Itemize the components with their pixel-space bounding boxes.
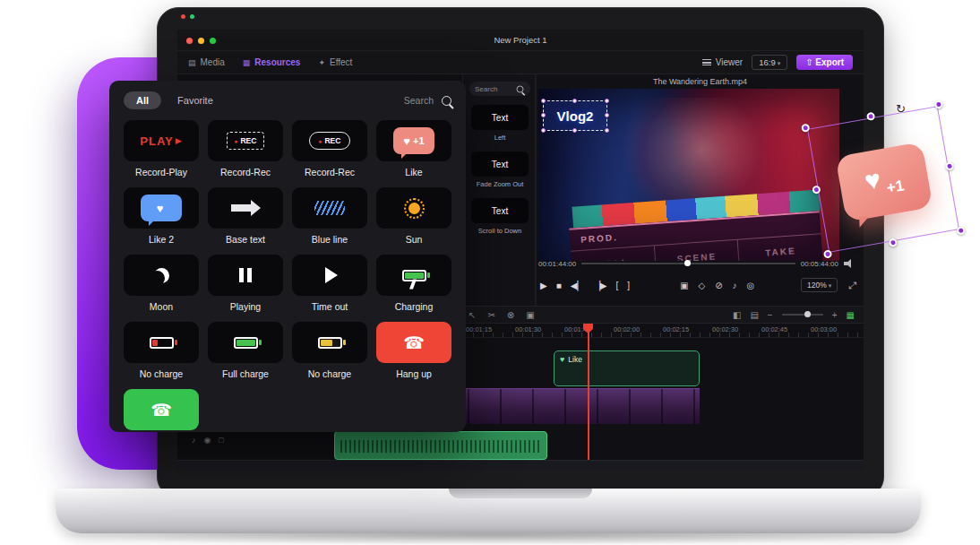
resource-label: Record-Play <box>124 167 199 178</box>
resource-icon <box>318 337 342 349</box>
playhead[interactable] <box>588 325 589 460</box>
resource-icon <box>150 400 172 420</box>
overlay-handle[interactable] <box>541 128 546 133</box>
selection-handle[interactable] <box>812 185 821 194</box>
video-viewport[interactable]: PROD. ROLL SCENE TAKE Vlog2 <box>538 89 839 261</box>
main-tab[interactable]: Media <box>188 57 225 67</box>
sticker-clip[interactable]: ♥ Like <box>554 350 700 386</box>
resource-item[interactable]: No charge <box>124 322 199 380</box>
resource-item[interactable]: Full charge <box>208 322 283 380</box>
selection-handle[interactable] <box>934 99 943 108</box>
timeline-tool-button[interactable] <box>782 314 823 316</box>
fullscreen-icon[interactable]: ⤢ <box>848 280 856 291</box>
resource-item[interactable]: Time out <box>292 255 367 313</box>
resource-tile <box>124 187 199 229</box>
resource-item[interactable]: Record-Play <box>124 120 199 178</box>
preview-tool-button[interactable]: ◎ <box>747 281 755 290</box>
timeline-tool-button[interactable]: ▣ <box>526 310 534 320</box>
preview-tool-button[interactable]: ▣ <box>680 281 688 290</box>
track-header-icon[interactable]: ◉ <box>204 436 211 445</box>
resource-item[interactable]: Record-Rec <box>208 120 283 178</box>
window-titlebar: New Project 1 <box>177 30 864 51</box>
transport-button[interactable]: ▶ <box>540 281 547 290</box>
overlay-handle[interactable] <box>541 113 546 117</box>
aspect-ratio-select[interactable]: 16:9 <box>752 55 787 70</box>
preview-tool-button[interactable]: ⊘ <box>715 281 722 290</box>
track-header-icon[interactable]: □ <box>219 436 223 445</box>
resource-filter-tab[interactable]: All <box>124 91 161 109</box>
selection-handle[interactable] <box>945 161 954 170</box>
resource-item[interactable]: Blue line <box>292 187 367 246</box>
resource-label: Sun <box>376 234 451 246</box>
resource-item[interactable]: Hang up <box>376 322 451 380</box>
track-header-icon[interactable]: ♪ <box>192 436 196 445</box>
text-preset-item[interactable]: Text Scroll to Down <box>471 198 529 235</box>
timeline-tool-button[interactable]: ✂ <box>487 310 494 320</box>
overlay-handle[interactable] <box>572 128 577 133</box>
resource-item[interactable]: No charge <box>292 322 367 380</box>
transport-button[interactable]: ▕▶ <box>593 281 606 290</box>
resource-icon <box>141 195 182 221</box>
overlay-handle[interactable] <box>572 99 577 103</box>
text-overlay-selection[interactable]: Vlog2 <box>543 100 607 131</box>
overlay-handle[interactable] <box>605 99 609 103</box>
main-tab[interactable]: Effect <box>318 57 352 67</box>
search-icon[interactable] <box>442 96 451 106</box>
timeline-tool-button[interactable]: ↖ <box>469 310 476 320</box>
resource-item[interactable]: Sun <box>376 187 451 246</box>
preview-zoom-select[interactable]: 120% <box>801 278 838 292</box>
overlay-handle[interactable] <box>541 99 546 103</box>
resource-item[interactable]: Moon <box>124 255 199 313</box>
ruler-label: 00:01:30 <box>515 325 564 333</box>
resource-item[interactable] <box>124 389 199 432</box>
resource-item[interactable]: Charging <box>376 255 451 313</box>
resource-label: Full charge <box>208 368 283 380</box>
main-tab[interactable]: Resources <box>243 57 301 67</box>
resource-label: No charge <box>292 368 367 380</box>
resource-item[interactable]: Like <box>376 120 451 178</box>
viewer-toggle-button[interactable]: Viewer <box>702 57 743 67</box>
resource-item[interactable]: Playing <box>208 255 283 313</box>
resource-icon <box>403 333 425 353</box>
selection-handle[interactable] <box>801 123 810 132</box>
transport-button[interactable]: [ <box>616 281 619 290</box>
text-preset-item[interactable]: Text Left <box>471 105 529 142</box>
preview-tool-button[interactable]: ◇ <box>698 281 705 290</box>
export-button[interactable]: Export <box>796 55 853 70</box>
text-preset-item[interactable]: Text Fade Zoom Out <box>471 151 529 188</box>
resource-search[interactable]: Search <box>404 95 451 106</box>
text-overlay: Vlog2 <box>557 108 594 124</box>
overlay-handle[interactable] <box>605 113 609 117</box>
volume-icon[interactable] <box>844 259 855 268</box>
timeline-tool-button[interactable]: ⊗ <box>507 310 514 320</box>
resource-icon <box>402 270 426 281</box>
resource-tile <box>292 120 367 161</box>
transport-button[interactable]: ■ <box>556 281 562 290</box>
timeline-tool-button[interactable]: − <box>768 310 773 320</box>
resource-icon <box>408 203 420 214</box>
timeline-tool-button[interactable]: ▦ <box>847 310 855 320</box>
selection-handle[interactable] <box>889 238 898 247</box>
tab-label: Effect <box>330 57 352 67</box>
timeline-tool-button[interactable]: ▤ <box>750 310 758 320</box>
transport-button[interactable]: ] <box>627 281 630 290</box>
seek-handle[interactable] <box>684 260 691 266</box>
selection-handle[interactable] <box>957 226 966 235</box>
resource-filter-tab[interactable]: Favorite <box>165 91 226 109</box>
overlay-handle[interactable] <box>605 128 609 133</box>
resource-item[interactable]: Record-Rec <box>292 120 367 178</box>
preview-tool-button[interactable]: ♪ <box>733 281 737 290</box>
timeline-tool-button[interactable]: + <box>832 310 838 320</box>
sticker-selection-frame[interactable] <box>807 106 959 253</box>
timeline-tool-button[interactable]: ◧ <box>733 310 741 320</box>
transport-button[interactable]: ◀▏ <box>571 281 584 290</box>
seek-bar[interactable] <box>581 263 795 264</box>
toolbar-right: Viewer 16:9 Export <box>702 55 853 70</box>
resource-item[interactable]: Like 2 <box>124 187 199 246</box>
tab-label: Media <box>201 57 225 67</box>
selection-handle[interactable] <box>866 112 875 121</box>
resource-item[interactable]: Base text <box>208 187 283 246</box>
audio-clip[interactable] <box>334 431 547 460</box>
resource-grid: Record-Play Record-Rec Record-Rec <box>109 109 466 432</box>
search-input[interactable]: Search <box>469 82 530 96</box>
